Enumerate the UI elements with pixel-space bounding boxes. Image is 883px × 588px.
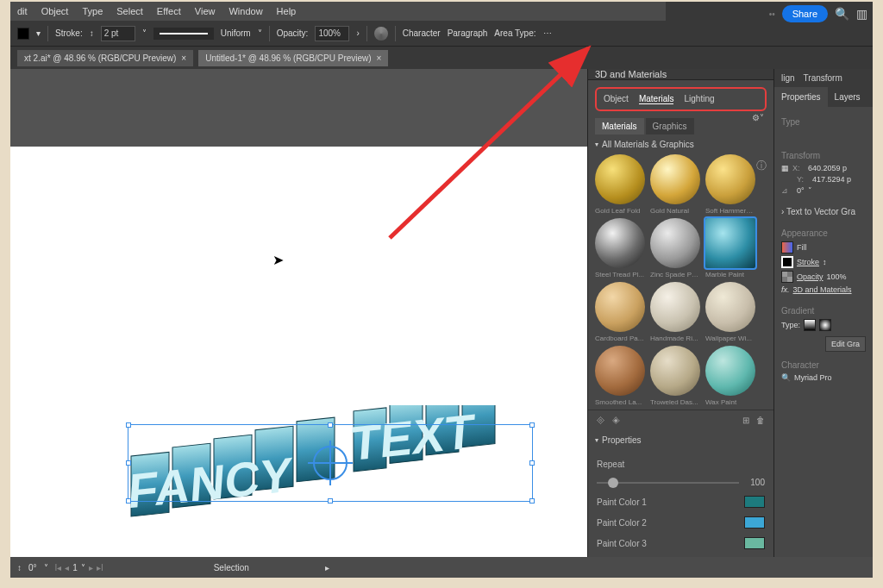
material-item[interactable]: Wallpaper Wi... bbox=[705, 282, 755, 342]
cube-icon[interactable]: 🞜 bbox=[597, 416, 605, 425]
last-page-icon[interactable]: ▸I bbox=[97, 563, 103, 572]
trash-icon[interactable]: 🗑 bbox=[756, 416, 765, 425]
resize-handle[interactable] bbox=[126, 460, 131, 466]
linear-gradient-icon[interactable] bbox=[804, 319, 816, 331]
dropdown-icon[interactable]: ˅ bbox=[81, 563, 85, 572]
material-item[interactable]: Cardboard Pa... bbox=[595, 282, 645, 342]
stroke-link[interactable]: Stroke bbox=[797, 258, 819, 266]
material-item[interactable]: Wax Paint bbox=[705, 346, 755, 406]
dropdown-icon[interactable]: ˅ bbox=[258, 28, 262, 38]
color-swatch[interactable] bbox=[744, 496, 765, 508]
swatch-dropdown-icon[interactable]: ▾ bbox=[36, 28, 41, 38]
add-icon[interactable]: ⊞ bbox=[742, 416, 749, 425]
dropdown-icon[interactable]: ˅ bbox=[142, 28, 147, 38]
edit-gradient-button[interactable]: Edit Gra bbox=[825, 336, 866, 352]
fill-swatch[interactable] bbox=[781, 241, 793, 253]
radial-gradient-icon[interactable] bbox=[819, 319, 831, 331]
material-item[interactable]: Gold Natural bbox=[650, 154, 700, 215]
canvas-area[interactable]: ➤ bbox=[10, 69, 587, 557]
panel-options-icon[interactable]: ⚙˅ bbox=[744, 107, 772, 128]
x-value[interactable]: 640.2059 p bbox=[808, 164, 847, 172]
document-tab[interactable]: Untitled-1* @ 48.96 % (RGB/CPU Preview) … bbox=[198, 50, 388, 66]
next-page-icon[interactable]: ▸ bbox=[89, 563, 93, 572]
search-icon[interactable]: 🔍 bbox=[781, 373, 791, 382]
share-button[interactable]: Share bbox=[782, 5, 828, 22]
tab-properties[interactable]: Properties bbox=[774, 87, 828, 107]
material-item[interactable]: Marble Paint bbox=[705, 218, 755, 278]
material-item[interactable]: Troweled Das... bbox=[650, 346, 700, 406]
rotation-target-icon[interactable] bbox=[313, 446, 348, 480]
opacity-input[interactable] bbox=[315, 26, 349, 41]
subtab-graphics[interactable]: Graphics bbox=[646, 118, 694, 134]
resize-handle[interactable] bbox=[529, 460, 535, 466]
close-icon[interactable]: × bbox=[181, 53, 186, 63]
material-item[interactable]: Gold Leaf Fold bbox=[595, 154, 645, 215]
selection-bounding-box[interactable] bbox=[128, 424, 533, 502]
stroke-preview[interactable] bbox=[153, 28, 214, 40]
tab-lighting[interactable]: Lighting bbox=[684, 94, 714, 104]
fx-3d-link[interactable]: 3D and Materials bbox=[793, 285, 852, 294]
stroke-spinner[interactable]: ↕ bbox=[90, 28, 94, 38]
resize-handle[interactable] bbox=[328, 498, 333, 504]
menu-select[interactable]: Select bbox=[116, 6, 143, 16]
color-swatch[interactable] bbox=[744, 516, 765, 529]
align-label[interactable]: lign bbox=[781, 73, 795, 83]
stroke-spinner[interactable]: ↕ bbox=[823, 258, 827, 266]
overflow-icon[interactable]: ⋯ bbox=[543, 28, 552, 38]
page-number[interactable]: 1 bbox=[72, 563, 78, 572]
menu-type[interactable]: Type bbox=[82, 6, 103, 16]
character-panel-link[interactable]: Character bbox=[403, 28, 441, 38]
material-item[interactable]: Soft Hammere... bbox=[705, 154, 755, 215]
stroke-value-input[interactable] bbox=[101, 26, 135, 41]
section-properties[interactable]: Properties bbox=[588, 430, 773, 450]
anchor-widget-icon[interactable]: ▦ bbox=[781, 164, 789, 172]
fill-swatch[interactable] bbox=[17, 28, 29, 40]
resize-handle[interactable] bbox=[529, 422, 535, 428]
artboard[interactable]: ➤ bbox=[10, 147, 587, 557]
menu-view[interactable]: View bbox=[195, 6, 216, 16]
search-icon[interactable]: 🔍 bbox=[835, 7, 849, 21]
recolor-icon[interactable] bbox=[374, 27, 388, 41]
dropdown-icon[interactable]: ˅ bbox=[44, 563, 48, 572]
material-item[interactable]: Zinc Spade Pa... bbox=[650, 218, 700, 278]
material-item[interactable]: Smoothed La... bbox=[595, 346, 645, 406]
rotate-spinner[interactable]: ↕ bbox=[17, 563, 22, 572]
prev-page-icon[interactable]: ◂ bbox=[65, 563, 69, 572]
chevron-icon[interactable]: ▸ bbox=[325, 563, 329, 572]
menu-object[interactable]: Object bbox=[41, 6, 69, 16]
arrange-icon[interactable]: ▥ bbox=[856, 7, 867, 21]
dropdown-icon[interactable]: ˅ bbox=[808, 186, 812, 195]
tab-object[interactable]: Object bbox=[604, 94, 629, 104]
opacity-swatch[interactable] bbox=[781, 271, 793, 283]
document-tab[interactable]: xt 2.ai* @ 48.96 % (RGB/CPU Preview) × bbox=[17, 50, 193, 66]
repeat-slider[interactable] bbox=[597, 482, 739, 484]
menu-window[interactable]: Window bbox=[229, 6, 262, 16]
color-swatch[interactable] bbox=[744, 537, 765, 549]
menu-edit[interactable]: dit bbox=[17, 6, 28, 16]
selected-object[interactable]: FANCY TEXT bbox=[122, 405, 545, 552]
text-to-vector-link[interactable]: › Text to Vector Gra bbox=[781, 207, 866, 216]
resize-handle[interactable] bbox=[126, 498, 131, 504]
transform-label[interactable]: Transform bbox=[804, 73, 842, 83]
material-item[interactable]: Handmade Ri... bbox=[650, 282, 700, 342]
rotation-value[interactable]: 0° bbox=[797, 186, 805, 195]
stack-icon[interactable]: 🞛 bbox=[612, 416, 621, 425]
resize-handle[interactable] bbox=[328, 422, 333, 428]
close-icon[interactable]: × bbox=[377, 53, 382, 63]
first-page-icon[interactable]: I◂ bbox=[55, 563, 62, 572]
material-item[interactable]: Steel Tread Pl... bbox=[595, 218, 645, 278]
resize-handle[interactable] bbox=[126, 422, 131, 428]
tab-layers[interactable]: Layers bbox=[828, 87, 867, 107]
info-icon[interactable]: ⓘ bbox=[756, 159, 767, 173]
menu-help[interactable]: Help bbox=[277, 6, 297, 16]
subtab-materials[interactable]: Materials bbox=[595, 118, 644, 134]
paragraph-panel-link[interactable]: Paragraph bbox=[448, 28, 488, 38]
tab-materials[interactable]: Materials bbox=[639, 94, 674, 104]
section-all-materials[interactable]: All Materials & Graphics bbox=[588, 134, 773, 154]
stroke-swatch[interactable] bbox=[781, 256, 793, 268]
chevron-icon[interactable]: › bbox=[356, 28, 359, 38]
menu-effect[interactable]: Effect bbox=[157, 6, 181, 16]
stroke-style-label[interactable]: Uniform bbox=[221, 28, 251, 38]
resize-handle[interactable] bbox=[529, 498, 535, 504]
font-name[interactable]: Myriad Pro bbox=[794, 373, 832, 382]
